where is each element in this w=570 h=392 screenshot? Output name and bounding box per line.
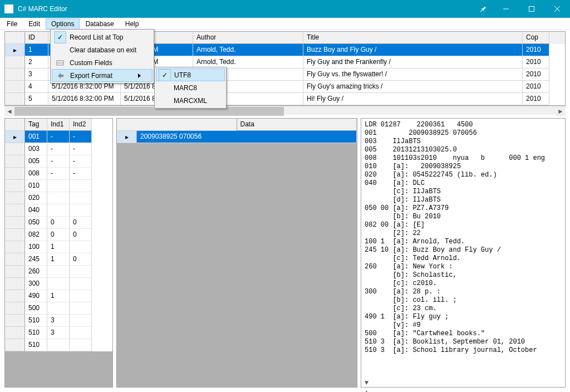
menu-export-format[interactable]: Export Format bbox=[52, 69, 153, 82]
raw-marc-panel: LDR 01287 2200361 4500 001 2009038925 07… bbox=[361, 118, 566, 388]
col-ind2[interactable]: Ind2 bbox=[70, 119, 92, 131]
pin-icon[interactable] bbox=[473, 5, 493, 13]
col-cop[interactable]: Cop bbox=[523, 32, 549, 44]
export-icon bbox=[57, 72, 65, 80]
scroll-up-icon[interactable]: ▲ bbox=[362, 387, 371, 392]
field-row[interactable]: 1001 bbox=[5, 241, 112, 253]
field-row[interactable]: 010 bbox=[5, 180, 112, 192]
fields-grid[interactable]: Tag Ind1 Ind2 ▸001--003--005--008--01002… bbox=[4, 118, 113, 388]
record-row[interactable]: 55/1/2016 8:32:00 PM5/1/2016 8Hi! Fly Gu… bbox=[5, 93, 565, 105]
subfields-grid[interactable]: Data ▸ 2009038925 070056 bbox=[116, 118, 357, 388]
raw-marc-text[interactable]: LDR 01287 2200361 4500 001 2009038925 07… bbox=[361, 119, 565, 387]
col-author[interactable]: Author bbox=[193, 32, 303, 44]
records-hscroll[interactable]: ◄ ► bbox=[4, 106, 566, 115]
svg-rect-1 bbox=[529, 7, 534, 12]
field-row[interactable]: 040 bbox=[5, 204, 112, 217]
menu-edit[interactable]: Edit bbox=[23, 18, 46, 30]
field-row[interactable]: 260 bbox=[5, 266, 112, 278]
field-row[interactable]: 005-- bbox=[5, 155, 112, 168]
submenu-arrow-icon bbox=[138, 74, 141, 78]
row-indicator-icon: ▸ bbox=[13, 133, 17, 141]
field-row[interactable]: 5103 bbox=[5, 315, 112, 327]
field-row[interactable]: 08200 bbox=[5, 229, 112, 241]
menu-custom-fields[interactable]: Custom Fields bbox=[52, 56, 153, 69]
col-title[interactable]: Title bbox=[303, 32, 523, 44]
check-icon: ✓ bbox=[54, 31, 66, 43]
scroll-thumb[interactable] bbox=[14, 107, 284, 116]
menubar: File Edit Options Database Help bbox=[0, 18, 570, 30]
minimize-button[interactable] bbox=[493, 0, 519, 18]
field-row[interactable]: 003-- bbox=[5, 143, 112, 155]
col-id[interactable]: ID bbox=[25, 32, 48, 44]
menu-file[interactable]: File bbox=[1, 18, 23, 30]
field-row[interactable]: 24510 bbox=[5, 253, 112, 266]
field-row[interactable]: ▸001-- bbox=[5, 131, 112, 143]
app-icon bbox=[4, 4, 13, 13]
custom-fields-icon bbox=[56, 59, 64, 67]
col-data[interactable]: Data bbox=[237, 119, 357, 131]
field-row[interactable]: 4901 bbox=[5, 290, 112, 302]
export-marcxml[interactable]: MARCXML bbox=[156, 94, 225, 107]
maximize-button[interactable] bbox=[519, 0, 544, 18]
titlebar[interactable]: C# MARC Editor bbox=[0, 0, 570, 18]
app-window: C# MARC Editor File Edit Options Databas… bbox=[0, 0, 570, 392]
field-row[interactable]: 020 bbox=[5, 192, 112, 204]
field-row[interactable]: 500 bbox=[5, 302, 112, 315]
field-row[interactable]: 300 bbox=[5, 278, 112, 290]
field-row[interactable]: 5103 bbox=[5, 327, 112, 339]
col-ind1[interactable]: Ind1 bbox=[47, 119, 70, 131]
export-format-submenu: ✓ UTF8 MARC8 MARCXML bbox=[154, 67, 227, 109]
scroll-right-icon[interactable]: ► bbox=[556, 106, 566, 116]
field-row[interactable]: 008-- bbox=[5, 168, 112, 180]
row-indicator-icon: ▸ bbox=[125, 133, 129, 141]
col-tag[interactable]: Tag bbox=[25, 119, 47, 131]
field-row[interactable]: 05000 bbox=[5, 217, 112, 229]
content-area: ID ged Author Title Cop ▸13:32:01 PMArno… bbox=[0, 30, 570, 392]
menu-help[interactable]: Help bbox=[120, 18, 145, 30]
menu-clear-db[interactable]: Clear database on exit bbox=[52, 43, 153, 56]
scroll-down-icon[interactable]: ▼ bbox=[362, 378, 371, 387]
scroll-left-icon[interactable]: ◄ bbox=[4, 106, 14, 116]
check-icon: ✓ bbox=[159, 69, 171, 81]
field-row[interactable]: 510 bbox=[5, 339, 112, 351]
menu-record-list-top[interactable]: ✓ Record List at Top bbox=[52, 31, 153, 43]
export-utf8[interactable]: ✓ UTF8 bbox=[156, 68, 225, 81]
export-marc8[interactable]: MARC8 bbox=[156, 81, 225, 94]
close-button[interactable] bbox=[544, 0, 570, 18]
row-indicator-icon: ▸ bbox=[13, 46, 17, 54]
subfield-row[interactable]: ▸ 2009038925 070056 bbox=[117, 131, 357, 143]
menu-database[interactable]: Database bbox=[80, 18, 119, 30]
menu-options[interactable]: Options bbox=[46, 18, 80, 30]
options-menu: ✓ Record List at Top Clear database on e… bbox=[50, 29, 154, 84]
window-title: C# MARC Editor bbox=[18, 5, 473, 13]
